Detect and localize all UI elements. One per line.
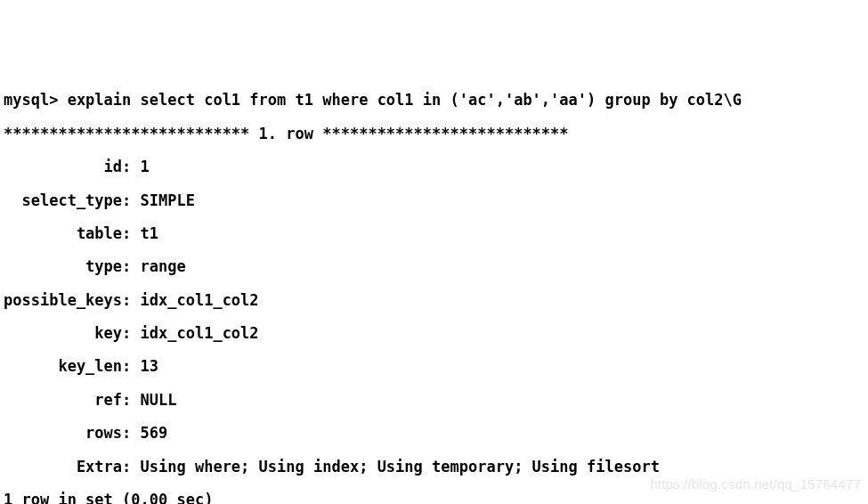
field-type-1: type: range [4, 258, 864, 275]
field-key-len-1: key_len: 13 [4, 358, 864, 375]
field-key-1: key: idx_col1_col2 [4, 325, 864, 342]
field-select-type-1: select_type: SIMPLE [4, 192, 864, 209]
result-footer-1: 1 row in set (0.00 sec) [4, 492, 864, 504]
terminal-output: mysql> explain select col1 from t1 where… [4, 76, 864, 504]
field-table-1: table: t1 [4, 225, 864, 242]
field-possible-keys-1: possible_keys: idx_col1_col2 [4, 292, 864, 309]
field-rows-1: rows: 569 [4, 425, 864, 442]
mysql-prompt-1: mysql> explain select col1 from t1 where… [4, 92, 864, 109]
field-ref-1: ref: NULL [4, 392, 864, 409]
watermark: https://blog.csdn.net/qq_15764477 [650, 477, 861, 492]
field-extra-1: Extra: Using where; Using index; Using t… [4, 459, 864, 476]
row-header-1: *************************** 1. row *****… [4, 126, 864, 142]
field-id-1: id: 1 [4, 159, 864, 175]
